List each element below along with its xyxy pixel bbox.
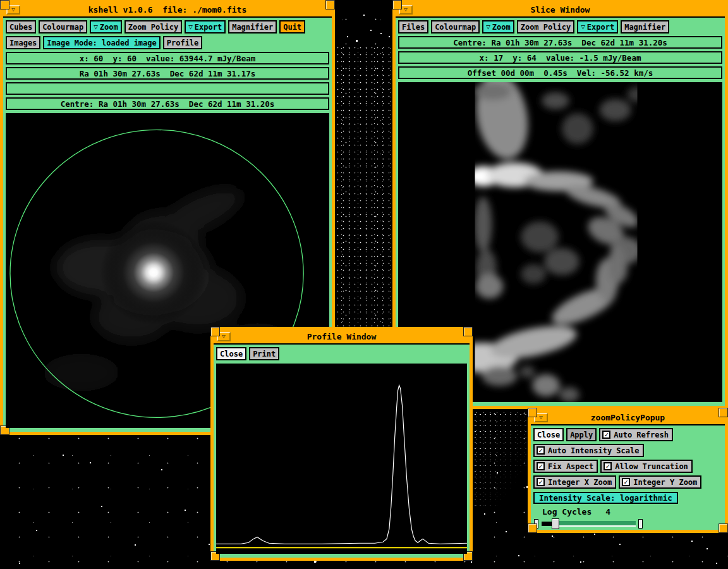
resize-corner[interactable] (210, 327, 220, 336)
resize-corner[interactable] (528, 408, 537, 417)
desktop-star (707, 548, 708, 549)
desktop-star (209, 544, 210, 545)
auto-refresh-toggle[interactable]: ✓Auto Refresh (599, 428, 673, 441)
desktop-star (552, 535, 553, 537)
resize-corner[interactable] (0, 0, 9, 9)
desktop-star (63, 455, 64, 456)
log-cycles-row: Log Cycles 4 (542, 507, 725, 517)
down-triangle-icon: ▽ (94, 23, 98, 31)
centre-readout: Centre: Ra 01h 30m 27.63s Dec 62d 11m 31… (6, 97, 329, 110)
apply-button[interactable]: Apply (566, 428, 597, 441)
checkbox-icon: ✓ (537, 462, 545, 470)
log-cycles-label: Log Cycles (542, 507, 592, 517)
allow-truncation-toggle[interactable]: ✓Allow Truncation (600, 460, 693, 473)
desktop-star (90, 462, 91, 463)
kshell-titlebar[interactable]: ▽ kshell v1.0.6 file: ./mom0.fits (3, 3, 332, 18)
zoom-menu-button[interactable]: ▽Zoom (482, 20, 514, 34)
zoom-menu-button[interactable]: ▽Zoom (90, 20, 122, 34)
cubes-button[interactable]: Cubes (6, 20, 36, 34)
popup-titlebar[interactable]: ▽ zoomPolicyPopup (531, 411, 725, 425)
fix-aspect-toggle[interactable]: ✓Fix Aspect (533, 460, 598, 473)
slice-centre-readout: Centre: Ra 01h 30m 27.63s Dec 62d 11m 31… (398, 36, 722, 49)
desktop-star (389, 36, 390, 37)
desktop-star (580, 561, 581, 563)
profile-button[interactable]: Profile (163, 36, 203, 49)
slider-track[interactable] (559, 521, 636, 527)
quit-button[interactable]: Quit (279, 20, 305, 34)
slice-offset-readout: Offset 00d 00m 0.45s Vel: -56.52 km/s (398, 66, 722, 79)
desktop-star (380, 33, 382, 34)
resize-corner[interactable] (719, 408, 728, 417)
desktop-star (716, 563, 717, 564)
resize-corner[interactable] (528, 523, 537, 533)
down-triangle-icon: ▽ (581, 23, 585, 31)
desktop-star (135, 544, 136, 546)
desktop-star (19, 563, 20, 564)
colourmap-button[interactable]: Colourmap (39, 20, 87, 34)
down-triangle-icon: ▽ (486, 23, 490, 31)
checkbox-icon: ✓ (602, 431, 610, 439)
resize-corner[interactable] (325, 0, 335, 9)
close-button[interactable]: Close (216, 347, 246, 360)
images-button[interactable]: Images (6, 36, 40, 49)
profile-toolbar: Close Print (216, 347, 467, 360)
popup-row4: ✓Integer X Zoom ✓Integer Y Zoom (533, 475, 722, 489)
down-triangle-icon: ▽ (188, 23, 193, 31)
cursor-radec-readout: Ra 01h 30m 27.63s Dec 62d 11m 31.17s (6, 67, 329, 80)
profile-plot (216, 364, 467, 554)
desktop-star (363, 15, 365, 16)
desktop-star (36, 530, 37, 531)
magnifier-button[interactable]: Magnifier (621, 20, 669, 34)
magnifier-button[interactable]: Magnifier (228, 20, 277, 34)
desktop-stipple-fade (473, 406, 528, 506)
desktop-star (370, 30, 372, 31)
auto-intensity-scale-toggle[interactable]: ✓Auto Intensity Scale (533, 444, 644, 457)
slider-handle[interactable] (552, 518, 559, 529)
desktop-star (484, 513, 485, 515)
intensity-scale-button[interactable]: Intensity Scale: logarithmic (533, 492, 678, 504)
zoom-policy-button[interactable]: Zoom Policy (517, 20, 574, 34)
colourmap-button[interactable]: Colourmap (431, 20, 480, 34)
slider-trough-filled[interactable] (542, 522, 552, 526)
integer-y-zoom-toggle[interactable]: ✓Integer Y Zoom (619, 475, 701, 489)
log-cycles-slider[interactable] (534, 518, 643, 529)
popup-row1: Close Apply ✓Auto Refresh (533, 428, 722, 441)
resize-corner[interactable] (719, 523, 728, 533)
popup-title: zoomPolicyPopup (548, 413, 708, 422)
export-menu-button[interactable]: ▽Export (185, 20, 226, 34)
popup-row2: ✓Auto Intensity Scale (533, 444, 722, 457)
resize-corner[interactable] (392, 0, 402, 9)
slice-toolbar: Files Colourmap ▽Zoom Zoom Policy ▽Expor… (398, 20, 722, 34)
close-button[interactable]: Close (533, 428, 564, 441)
desktop-star (471, 561, 472, 563)
zoom-policy-button[interactable]: Zoom Policy (124, 20, 182, 34)
kshell-toolbar-row2: Images Image Mode: loaded image Profile (6, 36, 329, 49)
profile-window: ▽ Profile Window Close Print (210, 327, 473, 561)
desktop-star (161, 469, 162, 470)
slider-right-arrow[interactable] (638, 519, 643, 529)
export-menu-button[interactable]: ▽Export (577, 20, 618, 34)
checkbox-icon: ✓ (537, 478, 545, 486)
kshell-title: kshell v1.0.6 file: ./mom0.fits (20, 5, 315, 15)
profile-titlebar[interactable]: ▽ Profile Window (214, 330, 470, 345)
slice-title: Slice Window (413, 5, 708, 15)
desktop-star (594, 534, 595, 535)
spare-readout (6, 82, 329, 95)
cursor-value-readout: x: 60 y: 60 value: 63944.7 mJy/Beam (6, 52, 329, 64)
image-mode-button[interactable]: Image Mode: loaded image (43, 36, 160, 49)
slice-titlebar[interactable]: ▽ Slice Window (396, 3, 725, 18)
slice-cursor-readout: x: 17 y: 64 value: -1.5 mJy/Beam (398, 51, 722, 64)
profile-title: Profile Window (231, 332, 452, 341)
print-button[interactable]: Print (249, 347, 279, 360)
desktop-star (185, 510, 186, 511)
resize-corner[interactable] (463, 327, 473, 336)
files-button[interactable]: Files (398, 20, 428, 34)
kshell-toolbar-row1: Cubes Colourmap ▽Zoom Zoom Policy ▽Expor… (6, 20, 329, 34)
desktop-star (518, 555, 519, 556)
desktop-star (347, 36, 348, 37)
integer-x-zoom-toggle[interactable]: ✓Integer X Zoom (533, 475, 616, 489)
checkbox-icon: ✓ (622, 478, 630, 486)
desktop-star (356, 40, 358, 42)
desktop-star (497, 472, 498, 474)
desktop-star (691, 541, 693, 542)
